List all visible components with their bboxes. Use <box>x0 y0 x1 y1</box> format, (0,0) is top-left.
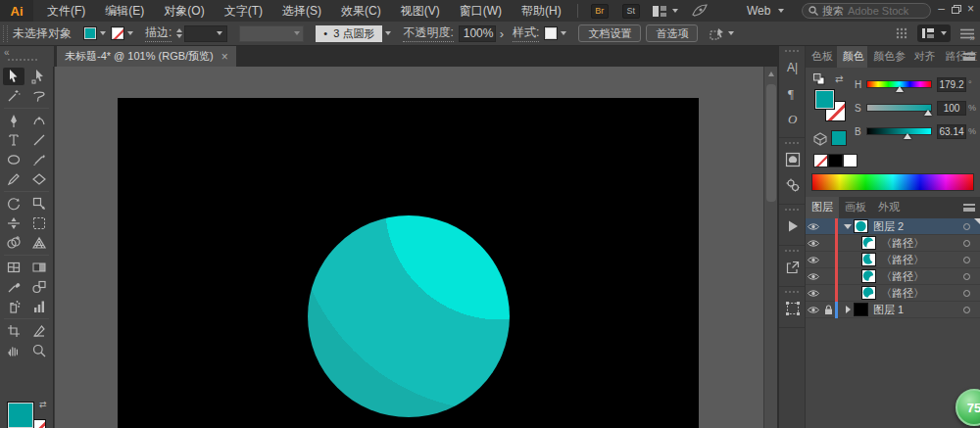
layer-name[interactable]: 〈路径〉 <box>881 269 963 284</box>
toolbox-header[interactable]: « <box>0 46 54 67</box>
shape-builder-tool[interactable] <box>3 234 24 252</box>
visibility-toggle[interactable] <box>806 272 821 281</box>
layer-name[interactable]: 〈路径〉 <box>881 236 963 251</box>
lock-toggle[interactable] <box>821 305 835 315</box>
symbols-icon[interactable] <box>779 147 806 172</box>
dock-grip[interactable] <box>785 209 799 211</box>
visibility-toggle[interactable] <box>806 222 821 231</box>
select-similar-button[interactable] <box>710 27 734 40</box>
lasso-tool[interactable] <box>28 87 50 105</box>
vertical-scrollbar[interactable] <box>763 67 777 428</box>
preferences-button[interactable]: 首选项 <box>646 24 698 42</box>
rotate-tool[interactable] <box>3 195 24 213</box>
artboard-tool[interactable] <box>3 322 24 340</box>
visibility-toggle[interactable] <box>806 289 821 298</box>
target-circle[interactable] <box>963 273 970 280</box>
document-tab[interactable]: 未标题-4* @ 101% (RGB/预览) × <box>57 46 236 67</box>
stroke-weight-stepper[interactable] <box>176 28 182 38</box>
s-value-input[interactable]: 100 <box>937 101 966 116</box>
actions-icon[interactable] <box>779 214 806 239</box>
scrollbar-thumb[interactable] <box>766 84 776 202</box>
layer-thumbnail[interactable] <box>861 236 876 250</box>
line-segment-tool[interactable] <box>28 131 50 149</box>
menu-item[interactable]: 选择(S) <box>272 0 331 22</box>
style-label[interactable]: 样式: <box>513 24 539 42</box>
width-tool[interactable] <box>3 214 24 232</box>
direct-selection-tool[interactable] <box>28 68 50 85</box>
menu-item[interactable]: 帮助(H) <box>512 0 571 22</box>
column-graph-tool[interactable] <box>28 298 50 315</box>
dock-grip[interactable] <box>785 50 799 52</box>
black-swatch[interactable] <box>828 154 843 167</box>
canvas-area[interactable] <box>55 67 763 428</box>
layer-thumbnail[interactable] <box>861 286 876 300</box>
zoom-tool[interactable] <box>28 342 50 359</box>
expand-toggle-icon[interactable] <box>842 224 854 229</box>
slider-handle[interactable] <box>896 86 904 92</box>
stock-button[interactable]: St <box>622 4 640 19</box>
scroll-up-icon[interactable] <box>768 71 774 76</box>
hand-tool[interactable] <box>3 342 24 359</box>
menu-item[interactable]: 视图(V) <box>391 0 450 22</box>
opentype-icon[interactable]: O <box>779 106 806 131</box>
layer-thumbnail[interactable] <box>854 303 868 316</box>
menu-item[interactable]: 效果(C) <box>331 0 391 22</box>
none-swatch[interactable] <box>813 154 828 167</box>
visibility-toggle[interactable] <box>806 306 821 314</box>
layers-panel-tab[interactable]: 画板 <box>839 197 872 218</box>
dock-grid-icon[interactable] <box>896 27 907 39</box>
color-panel-tab[interactable]: 色板 <box>806 46 837 68</box>
export-icon[interactable] <box>779 255 806 280</box>
layers-panel-tab[interactable]: 图层 <box>806 197 839 218</box>
planet-artwork[interactable] <box>308 215 510 417</box>
close-button[interactable]: × <box>963 0 978 18</box>
stroke-weight-label[interactable]: 描边: <box>145 24 172 42</box>
opacity-input[interactable]: 100% <box>459 25 496 42</box>
paragraph-icon[interactable]: ¶ <box>779 80 806 106</box>
swap-fill-stroke-icon[interactable]: ⇄ <box>835 73 843 85</box>
selection-tool[interactable] <box>3 68 24 85</box>
path-row[interactable]: 〈路径〉 <box>806 268 980 285</box>
path-row[interactable]: 〈路径〉 <box>806 252 980 268</box>
control-bar-grip[interactable] <box>3 25 8 42</box>
color-panel-tab[interactable]: 颜色参 <box>867 46 908 68</box>
s-slider[interactable] <box>866 104 932 112</box>
brush-definition-select[interactable]: • 3 点圆形 <box>316 25 382 42</box>
artboard[interactable] <box>118 98 699 428</box>
minimize-button[interactable]: – <box>934 0 949 18</box>
dock-grip[interactable] <box>785 291 799 293</box>
target-circle[interactable] <box>963 290 970 297</box>
web-safe-color-swatch[interactable] <box>831 130 847 146</box>
slice-tool[interactable] <box>28 322 50 340</box>
gpu-performance-icon[interactable] <box>692 4 708 18</box>
chevron-down-icon[interactable] <box>100 31 106 35</box>
mesh-tool[interactable] <box>3 259 24 276</box>
target-circle[interactable] <box>963 223 970 230</box>
shaper-tool[interactable] <box>3 170 24 188</box>
color-spectrum-bar[interactable] <box>811 173 974 191</box>
curvature-tool[interactable] <box>28 112 50 129</box>
path-row[interactable]: 〈路径〉 <box>806 285 980 302</box>
panel-menu-icon[interactable] <box>963 204 975 212</box>
blend-tool[interactable] <box>28 278 50 296</box>
white-swatch[interactable] <box>843 154 858 167</box>
eraser-tool[interactable] <box>28 170 50 188</box>
default-fill-stroke-icon[interactable] <box>813 73 825 85</box>
collapse-toolbox-icon[interactable]: « <box>4 47 9 58</box>
fill-color-indicator[interactable] <box>814 89 835 110</box>
color-panel-tab[interactable]: 颜色 <box>837 46 868 68</box>
workspace-layout-button[interactable] <box>917 24 951 42</box>
document-setup-button[interactable]: 文档设置 <box>578 24 641 42</box>
opacity-more-button[interactable]: › <box>496 26 508 41</box>
opacity-label[interactable]: 不透明度: <box>403 24 453 42</box>
target-circle[interactable] <box>963 257 970 263</box>
panel-menu-icon[interactable] <box>963 53 975 61</box>
layer-thumbnail[interactable] <box>861 253 876 266</box>
type-tool[interactable] <box>3 131 24 149</box>
swap-fill-stroke-icon[interactable]: ⇄ <box>39 400 47 409</box>
toolbox-grip[interactable] <box>8 59 37 61</box>
style-swatch[interactable] <box>544 26 558 40</box>
layer-row[interactable]: 图层 2 <box>806 218 980 235</box>
menu-item[interactable]: 对象(O) <box>154 0 214 22</box>
dock-grip[interactable] <box>785 142 799 144</box>
